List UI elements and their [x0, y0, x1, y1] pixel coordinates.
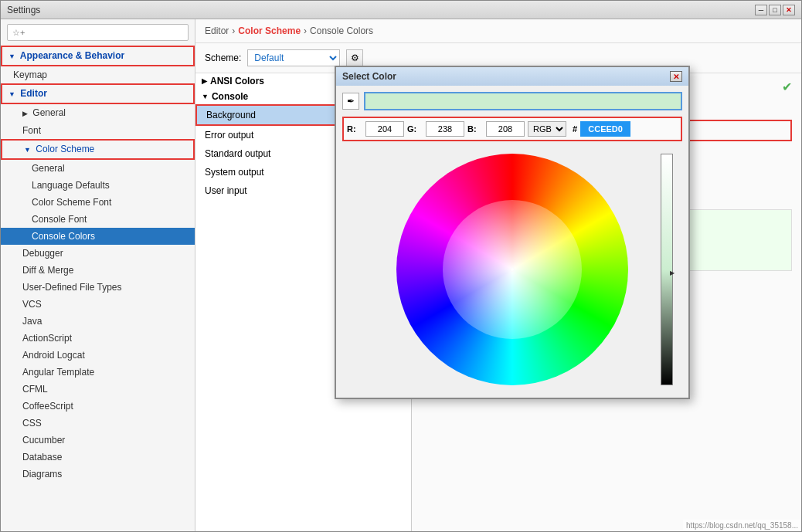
- sidebar-item-cs-general[interactable]: General: [1, 160, 195, 177]
- r-label: R:: [347, 124, 362, 134]
- sidebar-item-keymap[interactable]: Keymap: [1, 66, 195, 83]
- maximize-button[interactable]: □: [769, 5, 781, 15]
- expand-icon: ▼: [8, 87, 15, 101]
- scheme-label: Scheme:: [205, 53, 241, 63]
- color-mode-select[interactable]: RGB HSB Hex: [528, 121, 566, 137]
- dialog-title-bar: Select Color ✕: [336, 67, 688, 86]
- breadcrumb-color-scheme: Color Scheme: [238, 25, 301, 36]
- sidebar-item-general[interactable]: ▶ General: [1, 104, 195, 122]
- g-label: G:: [407, 124, 423, 134]
- sidebar-item-vcs[interactable]: VCS: [1, 296, 195, 313]
- breadcrumb-console-colors: Console Colors: [310, 25, 373, 36]
- sidebar-item-css[interactable]: CSS: [1, 415, 195, 432]
- sidebar-item-editor[interactable]: ▼ Editor: [1, 83, 195, 104]
- sidebar-item-coffeescript[interactable]: CoffeeScript: [1, 398, 195, 415]
- r-input[interactable]: [365, 121, 404, 137]
- green-check-icon: ✔: [782, 80, 792, 94]
- search-box: [1, 19, 195, 46]
- color-preview-strip[interactable]: [364, 92, 682, 110]
- sidebar: ▼ Appearance & Behavior Keymap ▼ Editor …: [1, 19, 195, 531]
- right-panel: Editor › Color Scheme › Console Colors S…: [195, 19, 801, 531]
- b-input[interactable]: [486, 121, 525, 137]
- dialog-title: Select Color: [342, 71, 396, 82]
- main-content: ▼ Appearance & Behavior Keymap ▼ Editor …: [1, 19, 801, 531]
- rgb-row: R: G: B: RGB HSB Hex #: [342, 117, 682, 141]
- scheme-select[interactable]: Default: [247, 49, 340, 66]
- sidebar-item-android-logcat[interactable]: Android Logcat: [1, 347, 195, 364]
- color-picker-dialog: Select Color ✕ ✒ R: G:: [335, 66, 690, 399]
- sidebar-item-cfml[interactable]: CFML: [1, 381, 195, 398]
- slider-arrow-icon: ▶: [670, 269, 675, 276]
- console-label: Console: [212, 91, 248, 102]
- dialog-body: ✒ R: G: B: RGB: [336, 86, 688, 398]
- title-bar: Settings ─ □ ✕: [1, 1, 801, 19]
- close-button[interactable]: ✕: [783, 5, 795, 15]
- eyedropper-button[interactable]: ✒: [342, 93, 359, 110]
- sidebar-item-actionscript[interactable]: ActionScript: [1, 330, 195, 347]
- sidebar-item-cs-font[interactable]: Color Scheme Font: [1, 194, 195, 211]
- sidebar-item-java[interactable]: Java: [1, 313, 195, 330]
- sidebar-item-angular[interactable]: Angular Template: [1, 364, 195, 381]
- search-input[interactable]: [7, 24, 189, 41]
- sidebar-item-database[interactable]: Database: [1, 449, 195, 466]
- sidebar-item-appearance[interactable]: ▼ Appearance & Behavior: [1, 46, 195, 66]
- b-label: B:: [467, 124, 483, 134]
- expand-icon: ▼: [8, 49, 15, 63]
- sidebar-item-language-defaults[interactable]: Language Defaults: [1, 177, 195, 194]
- sidebar-item-user-defined[interactable]: User-Defined File Types: [1, 279, 195, 296]
- breadcrumb-sep2: ›: [304, 25, 307, 36]
- sidebar-item-diff-merge[interactable]: Diff & Merge: [1, 262, 195, 279]
- url-bar: https://blog.csdn.net/qq_35158...: [683, 520, 801, 531]
- error-output-label: Error output: [205, 130, 253, 141]
- sidebar-item-cucumber[interactable]: Cucumber: [1, 432, 195, 449]
- breadcrumb-editor: Editor: [205, 25, 229, 36]
- window-controls: ─ □ ✕: [755, 5, 795, 15]
- dialog-close-button[interactable]: ✕: [670, 71, 682, 82]
- sidebar-item-font[interactable]: Font: [1, 122, 195, 139]
- background-label: Background: [206, 110, 256, 120]
- ansi-label: ANSI Colors: [210, 76, 264, 86]
- sidebar-item-diagrams[interactable]: Diagrams: [1, 466, 195, 483]
- expand-icon: ▼: [24, 143, 31, 157]
- minimize-button[interactable]: ─: [755, 5, 767, 15]
- g-input[interactable]: [426, 121, 464, 137]
- sidebar-item-debugger[interactable]: Debugger: [1, 245, 195, 262]
- standard-output-label: Standard output: [205, 148, 270, 159]
- sidebar-item-color-scheme[interactable]: ▼ Color Scheme: [1, 139, 195, 160]
- sidebar-item-console-colors[interactable]: Console Colors: [1, 228, 195, 245]
- breadcrumb-sep1: ›: [232, 25, 235, 36]
- expand-icon: ▶: [22, 107, 28, 120]
- ansi-expand-icon: ▶: [202, 77, 207, 85]
- window-title: Settings: [7, 5, 40, 15]
- user-input-label: User input: [205, 185, 247, 196]
- system-output-label: System output: [205, 167, 264, 178]
- breadcrumb: Editor › Color Scheme › Console Colors: [195, 19, 801, 43]
- color-picker-dialog-overlay: Select Color ✕ ✒ R: G:: [335, 66, 690, 399]
- gear-button[interactable]: ⚙: [346, 49, 363, 66]
- wheel-cursor: [510, 267, 515, 272]
- hex-hash: #: [573, 124, 577, 134]
- sidebar-item-console-font[interactable]: Console Font: [1, 211, 195, 228]
- color-wheel-container: ▶: [342, 147, 682, 391]
- color-preview-bar: ✒: [342, 92, 682, 110]
- settings-window: Settings ─ □ ✕ ▼ Appearance & Behavior K…: [0, 0, 802, 532]
- hex-input[interactable]: [580, 121, 630, 137]
- console-expand-icon: ▼: [202, 93, 209, 100]
- color-wheel[interactable]: [396, 154, 628, 385]
